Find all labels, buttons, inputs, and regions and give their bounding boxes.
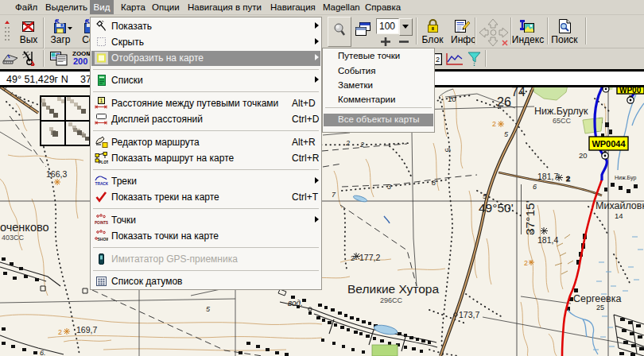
- svg-text:2: 2: [345, 139, 350, 147]
- svg-text:Сергеевка: Сергеевка: [573, 293, 622, 304]
- svg-text:2: 2: [436, 56, 440, 64]
- svg-text:8: 8: [432, 179, 436, 187]
- svg-text:177,2: 177,2: [359, 253, 380, 262]
- svg-text:20: 20: [579, 151, 588, 160]
- svg-text:Великие Хутора: Великие Хутора: [347, 282, 439, 296]
- svg-text:1: 1: [100, 98, 103, 103]
- svg-text:296СС: 296СС: [380, 296, 403, 304]
- svg-text:26: 26: [497, 95, 511, 109]
- svg-text:Ниж.Бурлук: Ниж.Бурлук: [534, 106, 588, 117]
- svg-text:169,7: 169,7: [76, 325, 97, 335]
- svg-text:403СС: 403СС: [2, 234, 25, 242]
- svg-text:6.: 6.: [40, 349, 46, 356]
- svg-text:2: 2: [58, 328, 62, 336]
- svg-text:181,7: 181,7: [537, 172, 558, 181]
- svg-text:вод.: вод.: [288, 299, 303, 308]
- svg-text:3: 3: [387, 183, 391, 191]
- svg-text:POINTS: POINTS: [95, 221, 108, 225]
- svg-text:Михайловк: Михайловк: [596, 200, 644, 211]
- svg-text:166,3: 166,3: [46, 169, 67, 179]
- svg-text:WP0044: WP0044: [592, 139, 626, 149]
- svg-text:2: 2: [351, 254, 355, 262]
- svg-text:181,4: 181,4: [537, 235, 558, 245]
- svg-text:6: 6: [533, 183, 537, 191]
- svg-text:25: 25: [596, 304, 604, 312]
- svg-text:2: 2: [566, 175, 570, 183]
- svg-text:10: 10: [448, 95, 456, 103]
- svg-text:2: 2: [524, 259, 528, 267]
- svg-text:49°50': 49°50': [479, 201, 514, 215]
- svg-text:173,7: 173,7: [459, 310, 479, 319]
- svg-text:2: 2: [492, 120, 496, 128]
- svg-text:65СС: 65СС: [553, 117, 572, 125]
- svg-text:TRACK: TRACK: [95, 182, 109, 186]
- svg-text:оченково: оченково: [0, 221, 49, 234]
- svg-text:Ниж.Бур: Ниж.Бур: [615, 175, 636, 181]
- svg-text:2: 2: [359, 141, 364, 149]
- svg-text:SHOW: SHOW: [98, 237, 109, 242]
- svg-text:PLOT: PLOT: [99, 161, 108, 164]
- svg-text:14: 14: [615, 211, 623, 220]
- svg-text:2: 2: [530, 228, 533, 236]
